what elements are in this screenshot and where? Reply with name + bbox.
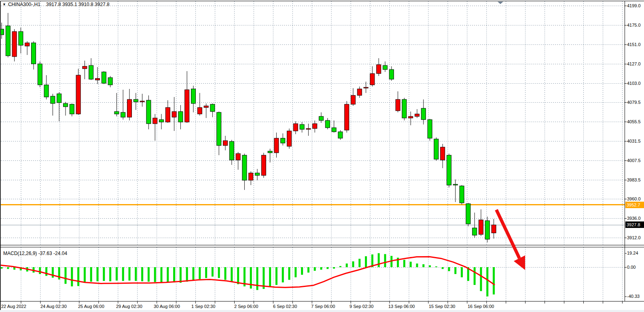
candle-body — [377, 65, 381, 74]
candle-body — [114, 112, 119, 114]
time-axis-label: 16 Sep 06:00 — [468, 304, 494, 309]
candle-body — [146, 100, 151, 124]
time-axis-label: 2 Sep 06:00 — [234, 304, 258, 309]
price-axis-label: 3960.0 — [627, 196, 641, 201]
candle-body — [415, 114, 419, 116]
macd-histogram-bar — [275, 267, 278, 285]
candle-body — [293, 124, 298, 131]
macd-histogram-bar — [7, 267, 9, 269]
candle-body — [364, 87, 368, 88]
candle-body — [95, 78, 100, 80]
candle-body — [255, 173, 260, 175]
macd-axis-label: 0.00 — [627, 265, 636, 270]
macd-histogram-bar — [77, 267, 79, 286]
macd-histogram-bar — [212, 267, 214, 276]
candle-body — [249, 173, 253, 180]
macd-histogram-bar — [129, 267, 131, 280]
macd-histogram-bar — [486, 267, 488, 296]
candle-body — [191, 89, 196, 103]
candle-body — [428, 120, 432, 138]
candle-body — [19, 32, 23, 45]
macd-histogram-bar — [301, 267, 303, 275]
candle-body — [338, 132, 343, 138]
macd-histogram-bar — [1, 267, 3, 269]
macd-histogram-bar — [161, 267, 163, 282]
candle-body — [447, 155, 451, 185]
macd-histogram-bar — [352, 261, 354, 267]
macd-histogram-bar — [39, 267, 41, 274]
macd-histogram-bar — [218, 267, 220, 278]
candle-body — [409, 116, 413, 118]
macd-histogram-bar — [193, 267, 195, 280]
macd-histogram-bar — [231, 267, 233, 282]
candle-body — [32, 43, 36, 64]
time-axis-label: 30 Aug 06:00 — [154, 304, 180, 309]
candle-body — [345, 104, 349, 130]
macd-histogram-bar — [65, 267, 67, 284]
candle-body — [351, 95, 356, 104]
macd-histogram-bar — [237, 267, 239, 284]
time-axis-label: 15 Sep 02:30 — [429, 304, 455, 309]
macd-histogram-bar — [474, 267, 476, 285]
macd-histogram-bar — [250, 267, 252, 289]
macd-histogram-bar — [429, 266, 431, 267]
macd-histogram-bar — [173, 267, 175, 282]
candle-body — [306, 129, 311, 129]
candle-body — [402, 99, 407, 118]
chart-plot-area[interactable]: 4199.04175.04151.04127.04103.04079.54055… — [0, 0, 644, 312]
macd-histogram-bar — [448, 267, 450, 271]
candle-body — [153, 118, 157, 124]
candle-body — [300, 124, 304, 129]
candle-body — [64, 103, 68, 107]
price-axis-label: 4007.5 — [627, 158, 641, 163]
macd-histogram-bar — [180, 267, 182, 283]
candle-body — [485, 221, 489, 239]
candle-body — [261, 155, 266, 175]
price-axis-label: 3983.5 — [627, 177, 641, 182]
time-axis-label: 22 Aug 2022 — [1, 304, 26, 309]
macd-axis-label: 19.24 — [627, 251, 638, 255]
macd-histogram-bar — [186, 267, 188, 282]
macd-histogram-bar — [109, 267, 111, 281]
macd-histogram-bar — [141, 267, 143, 281]
candle-body — [453, 184, 458, 185]
macd-histogram-bar — [148, 267, 150, 282]
price-axis-label: 4199.0 — [627, 3, 641, 8]
price-axis-label: 3936.0 — [627, 216, 641, 221]
candle-body — [268, 151, 272, 153]
time-axis-label: 25 Aug 06:00 — [78, 304, 104, 309]
macd-histogram-bar — [256, 267, 258, 290]
time-axis-label: 13 Sep 06:00 — [388, 304, 415, 309]
candle-body — [172, 112, 176, 117]
candle-body — [57, 94, 61, 103]
macd-histogram-bar — [154, 267, 156, 282]
candle-body — [210, 104, 215, 112]
candle-body — [204, 106, 208, 108]
macd-histogram-bar — [365, 256, 367, 267]
candle-body — [434, 139, 439, 159]
time-axis-label: 29 Aug 02:30 — [116, 304, 142, 309]
candle-body — [370, 74, 375, 85]
candle-body — [159, 120, 164, 122]
candle-body — [319, 116, 324, 120]
ohlc-readout: 3917.8 3935.1 3910.8 3927.8 — [46, 2, 110, 7]
candle-body — [121, 112, 125, 117]
macd-histogram-bar — [339, 266, 341, 267]
chart-expand-icon[interactable]: ▼ — [2, 2, 6, 6]
candle-body — [357, 89, 362, 95]
orange-level-price-badge: 3952.7 — [625, 202, 644, 208]
price-axis-label: 4055.5 — [627, 119, 641, 124]
macd-histogram-bar — [294, 267, 297, 277]
macd-histogram-bar — [480, 267, 482, 291]
chart-shift-marker-icon[interactable] — [498, 2, 503, 4]
candle-body — [51, 96, 55, 103]
macd-histogram-bar — [384, 254, 386, 267]
candle-body — [332, 128, 336, 132]
candle-body — [389, 70, 394, 79]
candle-body — [274, 138, 279, 153]
macd-histogram-bar — [103, 267, 105, 281]
macd-histogram-bar — [422, 264, 424, 267]
candle-body — [6, 26, 10, 56]
macd-histogram-bar — [410, 262, 412, 267]
candle-body — [223, 141, 228, 145]
